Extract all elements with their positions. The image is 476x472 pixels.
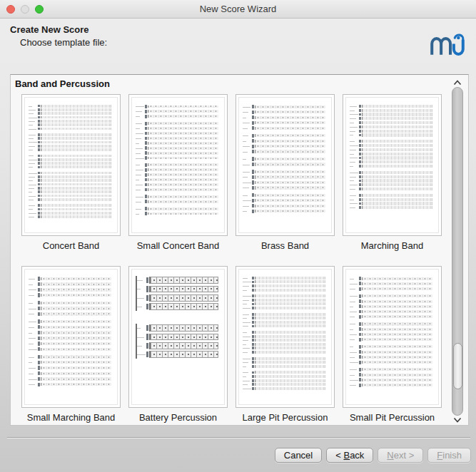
page-title: Create New Score xyxy=(10,24,89,35)
score-preview xyxy=(24,269,118,405)
template-cell: Marching Band xyxy=(343,94,442,252)
template-card[interactable] xyxy=(128,94,228,236)
scrollbar-thumb[interactable] xyxy=(453,343,462,389)
template-card[interactable] xyxy=(236,266,335,408)
template-label: Marching Band xyxy=(361,240,423,252)
page-subtitle: Choose template file: xyxy=(20,37,107,48)
footer-buttons: Cancel < Back Next > Finish xyxy=(275,448,471,463)
template-grid: Concert Band Small Concert Band Brass Ba… xyxy=(21,94,442,424)
score-preview xyxy=(24,97,118,233)
section-header: Band and Percussion xyxy=(15,78,110,89)
template-label: Small Concert Band xyxy=(137,240,220,252)
template-cell: Small Marching Band xyxy=(21,266,121,424)
scrollbar[interactable] xyxy=(451,80,464,423)
finish-button: Finish xyxy=(427,448,471,463)
chevron-up-icon[interactable] xyxy=(453,80,462,86)
template-cell: Battery Percussion xyxy=(128,266,228,424)
template-cell: Concert Band xyxy=(21,94,121,252)
template-cell: Small Pit Percussion xyxy=(343,266,442,424)
template-cell: Large Pit Percussion xyxy=(236,266,335,424)
template-cell: Brass Band xyxy=(236,94,335,252)
template-scroll-area: Band and Percussion Concert Band Small C… xyxy=(10,74,469,426)
template-card[interactable] xyxy=(343,94,442,236)
traffic-lights xyxy=(6,0,44,19)
template-label: Small Marching Band xyxy=(27,412,116,424)
musescore-logo-icon xyxy=(430,30,465,60)
score-preview xyxy=(345,97,439,233)
template-label: Battery Percussion xyxy=(139,412,217,424)
score-preview xyxy=(131,269,225,405)
template-card[interactable] xyxy=(21,94,121,236)
template-label: Brass Band xyxy=(261,240,309,252)
close-button[interactable] xyxy=(6,5,15,14)
cancel-button[interactable]: Cancel xyxy=(275,448,322,463)
zoom-button[interactable] xyxy=(35,5,44,14)
template-card[interactable] xyxy=(236,94,335,236)
footer-divider xyxy=(7,437,470,438)
template-label: Large Pit Percussion xyxy=(243,412,328,424)
chevron-down-icon[interactable] xyxy=(453,417,462,423)
template-card[interactable] xyxy=(128,266,228,408)
titlebar: New Score Wizard xyxy=(0,0,476,19)
score-preview xyxy=(238,269,332,405)
score-preview xyxy=(345,269,439,405)
minimize-button xyxy=(21,5,29,14)
template-cell: Small Concert Band xyxy=(128,94,228,252)
template-card[interactable] xyxy=(343,266,442,408)
score-preview xyxy=(131,97,225,233)
back-button[interactable]: < Back xyxy=(326,448,373,463)
window-title: New Score Wizard xyxy=(200,4,277,14)
template-card[interactable] xyxy=(21,266,121,408)
next-button: Next > xyxy=(378,448,423,463)
score-preview xyxy=(238,97,332,233)
template-label: Concert Band xyxy=(43,240,100,252)
template-label: Small Pit Percussion xyxy=(350,412,435,424)
scrollbar-track[interactable] xyxy=(452,87,463,416)
